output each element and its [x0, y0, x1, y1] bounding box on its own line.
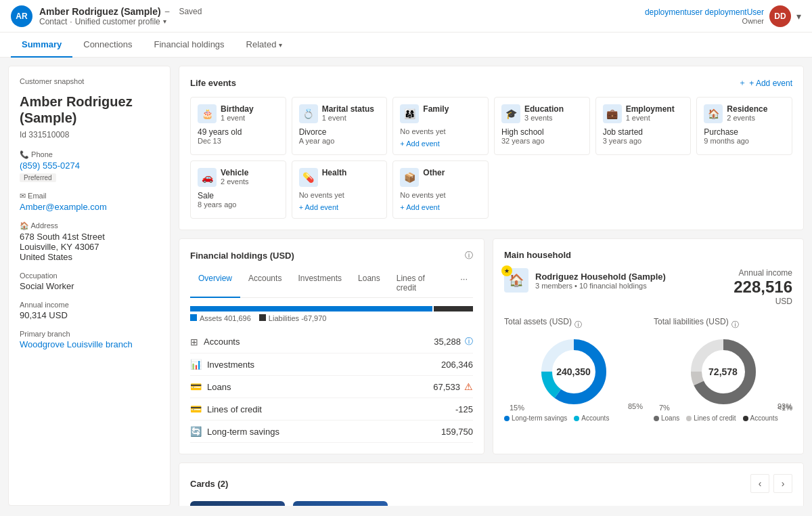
- education-value: High school: [501, 127, 583, 137]
- header-right: deploymentuser deploymentUser Owner DD ▾: [645, 5, 801, 27]
- address-icon: 🏠: [20, 221, 30, 230]
- employment-title: Employment: [626, 104, 675, 114]
- header-chevron[interactable]: ▾: [796, 11, 801, 22]
- contact-name: Amber Rodriguez (Sample): [39, 6, 161, 17]
- assets-info-icon[interactable]: ⓘ: [574, 320, 582, 330]
- amex-card: ⓘ American Express Credit • Freedom unli…: [293, 501, 388, 506]
- liab-legend-accounts: Accounts: [743, 414, 778, 422]
- fin-info-icon[interactable]: ⓘ: [465, 250, 473, 261]
- add-event-button[interactable]: ＋ + Add event: [738, 77, 792, 89]
- residence-icon: 🏠: [704, 104, 723, 123]
- liab-donut-center: 72,578: [708, 366, 738, 377]
- life-event-education: 🎓 Education 3 events High school 32 year…: [494, 97, 590, 155]
- marital-value: Divorce: [299, 127, 380, 137]
- assets-chart-label: Total assets (USD): [504, 317, 572, 326]
- income-currency: USD: [734, 297, 792, 306]
- customer-id: Id 331510008: [20, 130, 159, 139]
- user-name: deploymentuser deploymentUser: [645, 7, 764, 17]
- contact-subtitle: Contact · Unified customer profile ▾: [39, 17, 202, 26]
- residence-date: 9 months ago: [704, 137, 785, 145]
- cards-next-button[interactable]: ›: [773, 474, 792, 493]
- life-event-family: 👨‍👩‍👧 Family No events yet + Add event: [392, 97, 489, 155]
- loans-label: Loans: [207, 382, 231, 392]
- other-add-link[interactable]: + Add event: [400, 203, 481, 211]
- savings-value: 159,750: [441, 427, 473, 437]
- vehicle-value: Sale: [198, 191, 279, 200]
- address-label: 🏠 Address: [20, 221, 159, 230]
- vehicle-title: Vehicle: [221, 168, 249, 177]
- star-badge: ★: [501, 265, 512, 276]
- fin-tab-investments[interactable]: Investments: [290, 270, 350, 298]
- cards-prev-button[interactable]: ‹: [750, 474, 769, 493]
- lines-dot: [686, 416, 692, 421]
- branch-value[interactable]: Woodgrove Louisville branch: [20, 339, 159, 349]
- liab-legend-lines: Lines of credit: [686, 414, 736, 422]
- fin-title: Financial holdings (USD): [190, 251, 294, 261]
- income-value: 228,516: [734, 278, 792, 297]
- investments-icon: 📊: [190, 359, 202, 370]
- accounts-value: 35,288: [434, 337, 461, 347]
- accounts-label: Accounts: [204, 337, 240, 347]
- liab-accounts-dot: [743, 416, 748, 421]
- assets-bar: [190, 306, 432, 311]
- tab-financial-holdings[interactable]: Financial holdings: [143, 33, 235, 58]
- life-event-other: 📦 Other No events yet + Add event: [392, 160, 489, 219]
- family-icon: 👨‍👩‍👧: [400, 104, 419, 123]
- fin-tab-more[interactable]: ···: [455, 270, 473, 297]
- bottom-row: Financial holdings (USD) ⓘ Overview Acco…: [179, 238, 804, 454]
- tab-connections[interactable]: Connections: [72, 33, 143, 58]
- health-icon: 💊: [299, 168, 318, 187]
- other-title: Other: [423, 168, 445, 177]
- cards-title: Cards (2): [190, 479, 228, 489]
- cards-section: Cards (2) ‹ › ⓘ Visa Debit • Sapphire ••…: [179, 463, 804, 506]
- fin-tab-accounts[interactable]: Accounts: [240, 270, 290, 298]
- top-header: AR Amber Rodriguez (Sample) – Saved Cont…: [0, 0, 812, 33]
- household-meta: 3 members • 10 financial holdings: [535, 282, 666, 290]
- fin-tab-loans[interactable]: Loans: [350, 270, 388, 298]
- email-value[interactable]: Amber@example.com: [20, 202, 159, 212]
- employment-date: 3 years ago: [603, 137, 684, 145]
- fin-tab-lines[interactable]: Lines of credit: [388, 270, 455, 298]
- fin-row-loans: 💳 Loans 67,533 ⚠: [190, 376, 473, 398]
- income-section: Annual income 90,314 USD: [20, 301, 159, 320]
- lines-value: -125: [455, 404, 473, 414]
- household-header: 🏠 ★ Rodriguez Household (Sample) 3 membe…: [504, 268, 792, 306]
- education-count: 3 events: [524, 114, 564, 122]
- life-event-vehicle: 🚗 Vehicle 2 events Sale 8 years ago: [190, 160, 286, 219]
- life-event-marital: 💍 Marital status 1 event Divorce A year …: [292, 97, 388, 155]
- tab-summary[interactable]: Summary: [11, 33, 72, 58]
- phone-value[interactable]: (859) 555-0274: [20, 160, 159, 171]
- fin-bar-chart: Assets 401,696 Liabilities -67,970: [190, 306, 473, 322]
- birthday-icon: 🎂: [198, 104, 217, 123]
- marital-icon: 💍: [299, 104, 318, 123]
- cards-navigation: ‹ ›: [750, 474, 792, 493]
- income-value: 90,314 USD: [20, 310, 159, 320]
- assets-legend-accounts: Accounts: [574, 414, 609, 422]
- accounts-icon: ⊞: [190, 337, 198, 347]
- vehicle-count: 2 events: [221, 177, 249, 186]
- tab-related[interactable]: Related ▾: [235, 33, 293, 58]
- loans-warn-icon: ⚠: [464, 381, 473, 392]
- family-add-link[interactable]: + Add event: [400, 139, 481, 148]
- household-title: Main household: [504, 250, 792, 260]
- loans-icon: 💳: [190, 381, 202, 392]
- occupation-section: Occupation Social Worker: [20, 272, 159, 291]
- residence-title: Residence: [727, 104, 767, 114]
- occupation-label: Occupation: [20, 272, 159, 280]
- liab-legend: Liabilities -67,970: [259, 314, 327, 322]
- family-empty: No events yet: [400, 127, 481, 135]
- health-empty: No events yet: [299, 191, 380, 199]
- life-event-health: 💊 Health No events yet + Add event: [292, 160, 388, 219]
- accounts-info-icon[interactable]: ⓘ: [465, 336, 473, 347]
- assets-legend-savings: Long-term savings: [504, 414, 567, 422]
- life-event-employment: 💼 Employment 1 event Job started 3 years…: [595, 97, 692, 155]
- branch-label: Primary branch: [20, 330, 159, 338]
- liab-info-icon[interactable]: ⓘ: [731, 320, 739, 330]
- fin-tab-overview[interactable]: Overview: [190, 270, 240, 298]
- lines-icon: 💳: [190, 404, 202, 414]
- financial-holdings-section: Financial holdings (USD) ⓘ Overview Acco…: [179, 238, 484, 454]
- health-add-link[interactable]: + Add event: [299, 203, 380, 211]
- other-icon: 📦: [400, 168, 419, 187]
- income-label: Annual income: [734, 268, 792, 278]
- cards-header: Cards (2) ‹ ›: [190, 474, 792, 493]
